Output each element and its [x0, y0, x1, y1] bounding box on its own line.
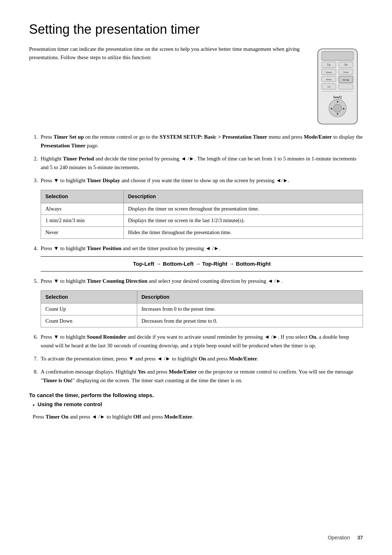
step-2: Highlight Timer Period and decide the ti…: [39, 154, 363, 172]
svg-text:Set up: Set up: [343, 78, 349, 81]
step8-timer-on: Timer is On!: [43, 378, 73, 383]
steps-list: Press Timer Set up on the remote control…: [39, 132, 363, 385]
step-6: Press ▼ to highlight Sound Reminder and …: [39, 332, 363, 350]
step1-timer-setup: Timer Set up: [53, 134, 84, 140]
table1-row2-sel: 1 min/2 min/3 min: [41, 215, 124, 227]
step1-mode-enter: Mode/Enter: [304, 134, 332, 140]
table-row: Never Hides the timer throughout the pre…: [41, 227, 363, 239]
table2-row1-desc: Increases from 0 to the preset time.: [137, 303, 363, 315]
cancel-section: To cancel the timer, perform the followi…: [29, 392, 363, 421]
step-4: Press ▼ to highlight Timer Position and …: [39, 244, 363, 272]
svg-text:On: On: [344, 63, 348, 66]
step8-mode-enter: Mode/Enter: [169, 369, 197, 375]
step-7: To activate the presentation timer, pres…: [39, 354, 363, 363]
table-row: Always Displays the timer on screen thro…: [41, 203, 363, 215]
step-5: Press ▼ to highlight Timer Counting Dire…: [39, 277, 363, 327]
table-counting-options: Selection Description Count Up Increases…: [41, 290, 363, 327]
intro-block: Presentation timer can indicate the pres…: [29, 45, 363, 126]
svg-text:Image: Image: [326, 71, 332, 73]
direction-text: Top-Left → Bottom-Left → Top-Right → Bot…: [133, 261, 270, 267]
step8-yes: Yes: [138, 369, 146, 375]
step-1: Press Timer Set up on the remote control…: [39, 132, 363, 150]
footer-page: 37: [357, 535, 363, 540]
table-display-options: Selection Description Always Displays th…: [41, 190, 363, 239]
step5-counting-dir: Timer Counting Direction: [87, 278, 147, 284]
step6-sound-reminder: Sound Reminder: [87, 334, 126, 340]
svg-text:►: ►: [342, 107, 346, 110]
table2-row2-desc: Decreases from the preset time to 0.: [137, 315, 363, 327]
table2-row2-sel: Count Down: [41, 315, 137, 327]
bullet-using-remote: • Using the remote control: [33, 401, 363, 410]
svg-rect-16: [339, 83, 353, 89]
table1-row3-desc: Hides the timer throughout the presentat…: [123, 227, 363, 239]
intro-text: Presentation timer can indicate the pres…: [29, 45, 301, 126]
svg-text:Menu: Menu: [326, 78, 332, 81]
remote-svg: Up On Image Timer Menu Set up Vol benQ ▲…: [316, 47, 359, 126]
cancel-instruction: Press Timer On and press ◄ /► to highlig…: [33, 412, 363, 421]
step2-timer-period: Timer Period: [63, 156, 94, 162]
table1-row1-sel: Always: [41, 203, 124, 215]
step6-on: On: [309, 334, 316, 340]
remote-control-image: Up On Image Timer Menu Set up Vol benQ ▲…: [312, 45, 363, 126]
svg-text:◄: ◄: [330, 107, 333, 110]
svg-text:benQ: benQ: [334, 95, 342, 99]
cancel-mode-enter: Mode/Enter: [164, 414, 192, 420]
page-title: Setting the presentation timer: [29, 22, 363, 37]
step-8: A confirmation message displays. Highlig…: [39, 367, 363, 385]
svg-text:Up: Up: [327, 63, 331, 66]
table-row: Count Up Increases from 0 to the preset …: [41, 303, 363, 315]
cancel-heading: To cancel the timer, perform the followi…: [29, 392, 363, 398]
footer: Operation 37: [328, 535, 363, 540]
footer-section: Operation: [328, 535, 350, 540]
cancel-timer-on: Timer On: [45, 414, 68, 420]
table1-row3-sel: Never: [41, 227, 124, 239]
table1-row1-desc: Displays the timer on screen throughout …: [123, 203, 363, 215]
using-remote-label: Using the remote control: [38, 401, 102, 408]
intro-paragraph: Presentation timer can indicate the pres…: [29, 45, 301, 62]
svg-text:▼: ▼: [336, 112, 339, 116]
step3-timer-display: Timer Display: [87, 177, 120, 183]
step4-timer-position: Timer Position: [87, 245, 121, 251]
svg-rect-1: [322, 52, 353, 60]
step-3: Press ▼ to highlight Timer Display and c…: [39, 176, 363, 239]
table-row: 1 min/2 min/3 min Displays the timer on …: [41, 215, 363, 227]
svg-text:▲: ▲: [336, 99, 339, 103]
svg-point-20: [334, 104, 342, 112]
svg-text:Vol: Vol: [327, 85, 331, 88]
step1-system-setup: SYSTEM SETUP: Basic > Presentation Timer: [160, 134, 267, 140]
step7-mode-enter: Mode/Enter: [229, 356, 257, 362]
table2-row1-sel: Count Up: [41, 303, 137, 315]
table-row: Count Down Decreases from the preset tim…: [41, 315, 363, 327]
direction-sequence: Top-Left → Bottom-Left → Top-Right → Bot…: [41, 256, 363, 272]
svg-text:Timer: Timer: [343, 71, 349, 73]
cancel-off: Off: [133, 414, 141, 420]
table1-row2-desc: Displays the timer on screen in the last…: [123, 215, 363, 227]
table1-header-description: Description: [123, 190, 363, 203]
table2-header-selection: Selection: [41, 290, 137, 303]
bullet-dot: •: [33, 401, 35, 410]
table2-header-description: Description: [137, 290, 363, 303]
step7-on: On: [199, 356, 206, 362]
step1-pres-timer: Presentation Timer: [41, 143, 86, 148]
table1-header-selection: Selection: [41, 190, 124, 203]
